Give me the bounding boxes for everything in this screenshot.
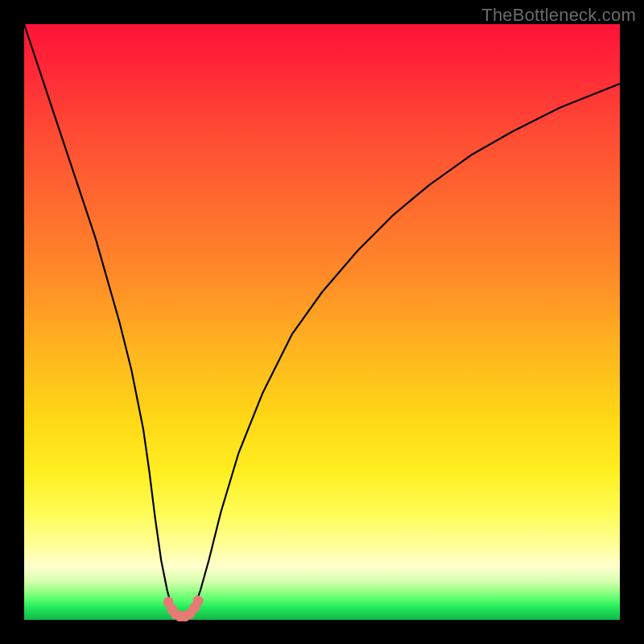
trough-marker-dot [193, 596, 204, 606]
trough-markers [163, 596, 204, 621]
chart-svg [24, 24, 620, 620]
chart-frame: TheBottleneck.com [0, 0, 644, 644]
watermark-text: TheBottleneck.com [481, 5, 636, 26]
curve-group [24, 24, 620, 621]
bottleneck-curve [24, 24, 620, 617]
